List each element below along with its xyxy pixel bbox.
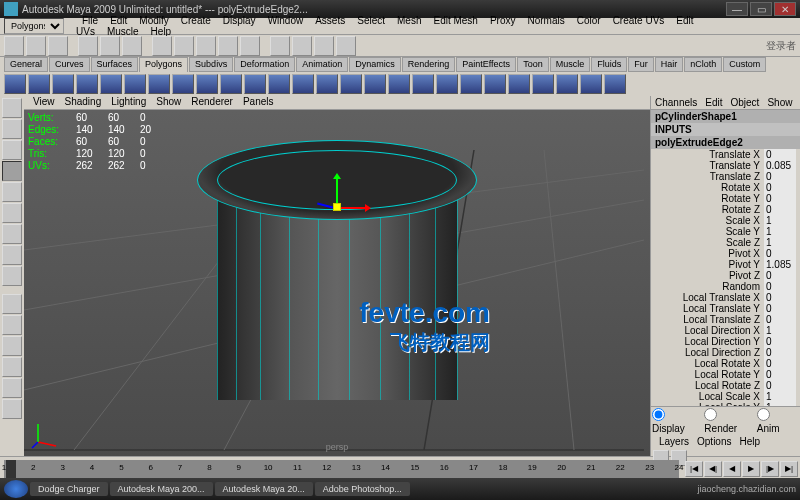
shelf-button-24[interactable] bbox=[580, 74, 602, 94]
attr-row[interactable]: Local Rotate X0 bbox=[651, 358, 800, 369]
manip-x-axis[interactable] bbox=[337, 207, 367, 209]
snap-point-icon[interactable] bbox=[196, 36, 216, 56]
layer-menu-layers[interactable]: Layers bbox=[655, 436, 693, 447]
start-button[interactable] bbox=[4, 480, 28, 498]
shelf-button-25[interactable] bbox=[604, 74, 626, 94]
attr-row[interactable]: Pivot Y1.085 bbox=[651, 259, 800, 270]
step-forward-button[interactable]: |▶ bbox=[761, 461, 779, 477]
layer-menu-help[interactable]: Help bbox=[735, 436, 764, 447]
move-tool[interactable] bbox=[2, 161, 22, 181]
attr-row[interactable]: Random0 bbox=[651, 281, 800, 292]
shelf-tab-dynamics[interactable]: Dynamics bbox=[349, 57, 401, 72]
shelf-tab-general[interactable]: General bbox=[4, 57, 48, 72]
menu-assets[interactable]: Assets bbox=[309, 15, 351, 26]
go-end-button[interactable]: ▶| bbox=[780, 461, 798, 477]
shelf-tab-muscle[interactable]: Muscle bbox=[550, 57, 591, 72]
menu-mesh[interactable]: Mesh bbox=[391, 15, 427, 26]
login-label[interactable]: 登录者 bbox=[766, 39, 796, 53]
shelf-button-3[interactable] bbox=[76, 74, 98, 94]
attr-row[interactable]: Translate Z0 bbox=[651, 171, 800, 182]
file-open-icon[interactable] bbox=[26, 36, 46, 56]
rotate-tool[interactable] bbox=[2, 182, 22, 202]
shelf-tab-surfaces[interactable]: Surfaces bbox=[91, 57, 139, 72]
scale-tool[interactable] bbox=[2, 203, 22, 223]
select-component-icon[interactable] bbox=[122, 36, 142, 56]
shelf-tab-animation[interactable]: Animation bbox=[296, 57, 348, 72]
shelf-tab-fur[interactable]: Fur bbox=[628, 57, 654, 72]
menu-edit-mesh[interactable]: Edit Mesh bbox=[427, 15, 483, 26]
shelf-tab-toon[interactable]: Toon bbox=[517, 57, 549, 72]
play-back-button[interactable]: ◀ bbox=[723, 461, 741, 477]
channel-tab-channels[interactable]: Channels bbox=[651, 96, 701, 109]
shelf-button-5[interactable] bbox=[124, 74, 146, 94]
menu-modify[interactable]: Modify bbox=[133, 15, 174, 26]
select-hierarchy-icon[interactable] bbox=[78, 36, 98, 56]
snap-grid-icon[interactable] bbox=[152, 36, 172, 56]
viewport-menu-shading[interactable]: Shading bbox=[60, 96, 107, 109]
file-new-icon[interactable] bbox=[4, 36, 24, 56]
shelf-button-4[interactable] bbox=[100, 74, 122, 94]
layer-menu-options[interactable]: Options bbox=[693, 436, 735, 447]
attr-row[interactable]: Scale X1 bbox=[651, 215, 800, 226]
shelf-button-19[interactable] bbox=[460, 74, 482, 94]
minimize-button[interactable]: — bbox=[726, 2, 748, 16]
shelf-tab-custom[interactable]: Custom bbox=[723, 57, 766, 72]
task-item[interactable]: Adobe Photoshop... bbox=[315, 482, 410, 496]
maximize-button[interactable]: ▭ bbox=[750, 2, 772, 16]
menu-window[interactable]: Window bbox=[262, 15, 310, 26]
attr-row[interactable]: Local Direction Y0 bbox=[651, 336, 800, 347]
menu-normals[interactable]: Normals bbox=[522, 15, 571, 26]
viewport-menu-show[interactable]: Show bbox=[151, 96, 186, 109]
attr-row[interactable]: Local Direction X1 bbox=[651, 325, 800, 336]
task-item[interactable]: Dodge Charger bbox=[30, 482, 108, 496]
time-ruler[interactable]: 123456789101112131415161718192021222324 bbox=[4, 460, 679, 478]
shelf-tab-rendering[interactable]: Rendering bbox=[402, 57, 456, 72]
layer-radio-display[interactable]: Display bbox=[652, 408, 698, 434]
task-item[interactable]: Autodesk Maya 20... bbox=[215, 482, 313, 496]
outliner-layout[interactable] bbox=[2, 357, 22, 377]
menu-select[interactable]: Select bbox=[351, 15, 391, 26]
shelf-button-8[interactable] bbox=[196, 74, 218, 94]
channel-tab-edit[interactable]: Edit bbox=[701, 96, 726, 109]
play-forward-button[interactable]: ▶ bbox=[742, 461, 760, 477]
lasso-tool[interactable] bbox=[2, 119, 22, 139]
manip-center[interactable] bbox=[333, 203, 341, 211]
attr-row[interactable]: Rotate Y0 bbox=[651, 193, 800, 204]
hypershade-layout[interactable] bbox=[2, 399, 22, 419]
attr-row[interactable]: Pivot X0 bbox=[651, 248, 800, 259]
shelf-button-0[interactable] bbox=[4, 74, 26, 94]
shelf-tab-polygons[interactable]: Polygons bbox=[139, 57, 188, 72]
shelf-tab-deformation[interactable]: Deformation bbox=[234, 57, 295, 72]
layer-radio-render[interactable]: Render bbox=[704, 408, 750, 434]
attr-row[interactable]: Local Translate X0 bbox=[651, 292, 800, 303]
attr-row[interactable]: Local Translate Z0 bbox=[651, 314, 800, 325]
shape-node-name[interactable]: pCylinderShape1 bbox=[651, 110, 800, 123]
snap-curve-icon[interactable] bbox=[174, 36, 194, 56]
close-button[interactable]: ✕ bbox=[774, 2, 796, 16]
render-icon[interactable] bbox=[292, 36, 312, 56]
viewport-menu-lighting[interactable]: Lighting bbox=[106, 96, 151, 109]
attr-row[interactable]: Rotate Z0 bbox=[651, 204, 800, 215]
menu-edit[interactable]: Edit bbox=[104, 15, 133, 26]
shelf-button-6[interactable] bbox=[148, 74, 170, 94]
menu-create-uvs[interactable]: Create UVs bbox=[607, 15, 671, 26]
shelf-tab-painteffects[interactable]: PaintEffects bbox=[456, 57, 516, 72]
single-pane-layout[interactable] bbox=[2, 294, 22, 314]
shelf-button-18[interactable] bbox=[436, 74, 458, 94]
shelf-tab-fluids[interactable]: Fluids bbox=[591, 57, 627, 72]
render-settings-icon[interactable] bbox=[336, 36, 356, 56]
step-back-button[interactable]: ◀| bbox=[704, 461, 722, 477]
shelf-button-17[interactable] bbox=[412, 74, 434, 94]
attr-row[interactable]: Translate X0 bbox=[651, 149, 800, 160]
shelf-button-21[interactable] bbox=[508, 74, 530, 94]
shelf-tab-subdivs[interactable]: Subdivs bbox=[189, 57, 233, 72]
attr-row[interactable]: Local Scale X1 bbox=[651, 391, 800, 402]
shelf-button-13[interactable] bbox=[316, 74, 338, 94]
task-item[interactable]: Autodesk Maya 200... bbox=[110, 482, 213, 496]
shelf-button-22[interactable] bbox=[532, 74, 554, 94]
module-selector[interactable]: Polygons bbox=[4, 18, 64, 34]
two-pane-layout[interactable] bbox=[2, 336, 22, 356]
menu-file[interactable]: File bbox=[76, 15, 104, 26]
menu-create[interactable]: Create bbox=[175, 15, 217, 26]
go-start-button[interactable]: |◀ bbox=[685, 461, 703, 477]
